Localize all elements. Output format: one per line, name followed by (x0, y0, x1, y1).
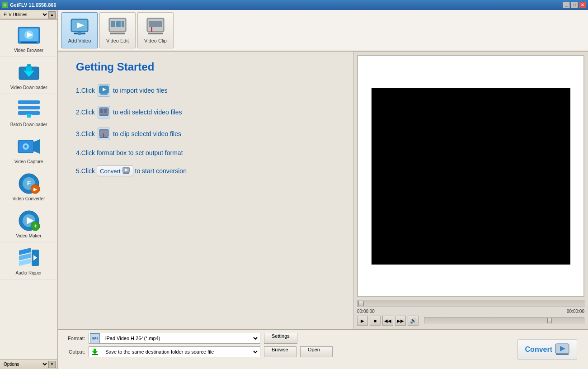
sidebar-item-label-batch-downloader: Batch Downloader (10, 122, 47, 127)
add-video-button[interactable]: Add Video (61, 12, 98, 48)
svg-text:▶: ▶ (33, 187, 38, 192)
prev-button[interactable]: ◀◀ (382, 316, 393, 326)
format-row: Format: MP4 iPad Video H.264(*.mp4) Sett… (63, 333, 583, 344)
step-1-prefix: 1.Click (76, 87, 95, 94)
sidebar-item-label-video-capture: Video Capture (14, 159, 43, 164)
volume-track[interactable] (424, 317, 584, 324)
sidebar: FLV Utilities ▲ Video Browser (0, 10, 58, 369)
step-2-description: to edit selectd video files (113, 109, 182, 116)
step-2-prefix: 2.Click (76, 109, 95, 116)
getting-started-title: Getting Started (76, 61, 335, 73)
getting-started-panel: Getting Started 1.Click to import video … (58, 52, 353, 329)
svg-rect-66 (92, 354, 98, 355)
content-area: FLV Utilities ▲ Video Browser (0, 10, 588, 369)
stop-button[interactable]: ■ (370, 316, 381, 326)
close-button[interactable]: ✕ (579, 2, 586, 8)
timeline-thumb[interactable] (358, 301, 364, 306)
sidebar-item-video-maker[interactable]: + Video Maker (0, 205, 57, 242)
sidebar-item-video-downloader[interactable]: Video Downloader (0, 57, 57, 94)
video-clip-button[interactable]: Video Clip (137, 12, 174, 48)
video-converter-icon: F ▶ (17, 172, 41, 195)
svg-rect-70 (556, 354, 569, 355)
svg-rect-4 (21, 42, 37, 43)
convert-inline-label: Convert (100, 168, 121, 175)
play-button[interactable]: ▶ (357, 316, 368, 326)
window-title: GetFLV 11.6558.866 (10, 2, 56, 8)
volume-button[interactable]: 🔊 (408, 316, 419, 326)
step-3-icon (98, 128, 110, 140)
title-bar-left: G GetFLV 11.6558.866 (2, 2, 56, 8)
step-4: 4.Click format box to set output format (76, 149, 335, 156)
svg-rect-65 (94, 349, 96, 352)
sidebar-item-video-browser[interactable]: Video Browser (0, 20, 57, 57)
svg-point-17 (24, 145, 27, 148)
sidebar-footer: Options ▼ (0, 359, 57, 369)
open-button[interactable]: Open (300, 346, 333, 357)
svg-rect-8 (27, 64, 31, 67)
step-5-description: to start conversion (135, 167, 187, 175)
settings-button[interactable]: Settings (264, 333, 297, 344)
sidebar-item-label-video-converter: Video Converter (12, 196, 45, 201)
svg-rect-43 (110, 33, 125, 34)
svg-rect-13 (27, 114, 31, 118)
sidebar-item-label-video-downloader: Video Downloader (10, 85, 47, 90)
maximize-button[interactable]: □ (571, 2, 578, 8)
video-edit-button[interactable]: Video Edit (99, 12, 136, 48)
preview-controls: 00:00:00 00:00:00 ▶ ■ ◀◀ ▶▶ 🔊 (357, 300, 584, 326)
svg-rect-37 (78, 32, 81, 35)
video-browser-icon (17, 24, 41, 47)
volume-thumb[interactable] (547, 318, 552, 323)
time-row: 00:00:00 00:00:00 (357, 309, 584, 314)
browse-button[interactable]: Browse (264, 346, 296, 357)
options-dropdown[interactable]: Options (2, 361, 48, 367)
time-start: 00:00:00 (357, 309, 375, 314)
sidebar-item-label-video-maker: Video Maker (16, 233, 42, 238)
sidebar-nav-up[interactable]: ▲ (48, 11, 56, 19)
sidebar-nav-down[interactable]: ▼ (48, 361, 56, 368)
right-content: Add Video Video Edit (58, 10, 588, 369)
output-row: Output: Save to the same destinatio (63, 346, 583, 357)
sidebar-dropdown[interactable]: FLV Utilities (2, 12, 48, 18)
svg-rect-42 (122, 21, 124, 27)
minimize-button[interactable]: _ (563, 2, 570, 8)
toolbar: Add Video Video Edit (58, 10, 588, 52)
next-button[interactable]: ▶▶ (395, 316, 406, 326)
add-video-label: Add Video (68, 38, 91, 43)
save-icon (90, 347, 100, 357)
sidebar-item-video-capture[interactable]: Video Capture (0, 131, 57, 168)
add-video-icon (70, 17, 89, 36)
step-1-description: to import video files (113, 87, 168, 94)
svg-rect-59 (99, 137, 108, 138)
step-3: 3.Click to clip selectd video files (76, 128, 335, 140)
timeline-track[interactable] (357, 300, 584, 307)
video-capture-icon (17, 135, 41, 158)
step-4-text: 4.Click format box to set output format (76, 149, 183, 156)
sidebar-item-audio-ripper[interactable]: Audio Ripper (0, 242, 57, 279)
audio-ripper-icon (17, 246, 41, 270)
preview-panel: 00:00:00 00:00:00 ▶ ■ ◀◀ ▶▶ 🔊 (353, 52, 588, 329)
step-3-prefix: 3.Click (76, 130, 95, 137)
bottom-bar: Format: MP4 iPad Video H.264(*.mp4) Sett… (58, 329, 588, 369)
format-label: Format: (63, 336, 85, 341)
preview-frame (357, 55, 584, 297)
work-area: Getting Started 1.Click to import video … (58, 52, 588, 329)
svg-marker-15 (33, 139, 40, 154)
step-1-icon (98, 84, 110, 97)
sidebar-item-batch-downloader[interactable]: Batch Downloader (0, 94, 57, 131)
convert-button[interactable]: Convert (517, 339, 577, 360)
step-5: 5.Click Convert to start conversion (76, 166, 335, 176)
sidebar-header: FLV Utilities ▲ (0, 10, 57, 20)
svg-text:+: + (33, 223, 37, 229)
step-1: 1.Click to import video files (76, 84, 335, 97)
format-select[interactable]: iPad Video H.264(*.mp4) (102, 333, 259, 343)
video-maker-icon: + (17, 209, 41, 232)
video-downloader-icon (17, 61, 41, 84)
title-controls: _ □ ✕ (563, 2, 586, 8)
sidebar-item-video-converter[interactable]: F ▶ Video Converter (0, 168, 57, 205)
output-select[interactable]: Save to the same destination folder as s… (102, 347, 259, 357)
step-5-prefix: 5.Click (76, 167, 95, 175)
convert-label: Convert (525, 345, 552, 354)
video-preview-screen (372, 88, 570, 265)
svg-rect-41 (116, 21, 121, 27)
sidebar-item-label-video-browser: Video Browser (14, 48, 43, 53)
